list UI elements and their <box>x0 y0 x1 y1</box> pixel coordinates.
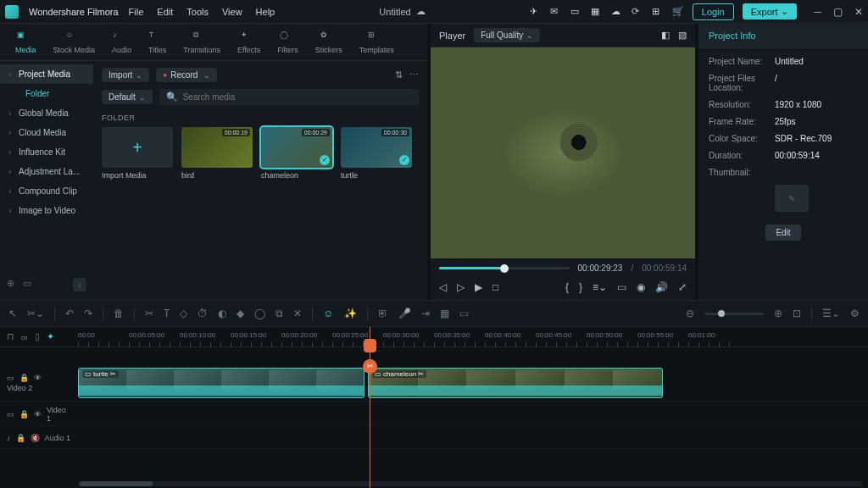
clip-turtle-timeline[interactable]: ▭turtle ✂ <box>78 368 364 398</box>
snapshot-icon[interactable]: ▧ <box>678 30 687 41</box>
mask-icon[interactable]: ◯ <box>254 308 265 319</box>
cut-at-playhead-icon[interactable]: ✂ <box>363 359 377 374</box>
prev-frame-icon[interactable]: ◁ <box>439 281 447 293</box>
device-icon[interactable]: ▭ <box>570 6 582 18</box>
nav-image-to-video[interactable]: Image to Video <box>0 201 93 220</box>
marker-icon[interactable]: ⇥ <box>421 308 430 319</box>
track-area[interactable]: 00:0000:00:05:0000:00:10:0000:00:15:0000… <box>78 327 868 488</box>
nav-cloud-media[interactable]: Cloud Media <box>0 123 93 142</box>
chat-icon[interactable]: ✉ <box>550 6 562 18</box>
clip-chameleon-timeline[interactable]: ▭chameleon ✂ <box>368 368 663 398</box>
clip-chameleon[interactable]: 00:00:29✓ chameleon <box>261 127 332 180</box>
volume-icon[interactable]: 🔊 <box>655 281 668 293</box>
sort-dropdown[interactable]: Default <box>102 90 153 104</box>
clip-bird[interactable]: 00:00:19 bird <box>181 127 253 180</box>
split-icon[interactable]: ✂ <box>145 308 153 319</box>
group-icon[interactable]: ⧉ <box>275 308 283 319</box>
stop-icon[interactable]: □ <box>492 281 498 293</box>
magnet-icon[interactable]: ⊓ <box>7 331 14 342</box>
eye-icon[interactable]: 👁 <box>34 410 42 419</box>
minimize-button[interactable]: ─ <box>814 6 821 18</box>
tab-filters[interactable]: ◯Filters <box>277 30 298 54</box>
hand-tool-icon[interactable]: ✂⌄ <box>27 308 44 319</box>
track-head-audio1[interactable]: ♪🔒🔇 Audio 1 <box>0 426 78 450</box>
seek-bar[interactable] <box>439 267 570 269</box>
camera-icon[interactable]: ◉ <box>637 281 645 293</box>
export-button[interactable]: Export⌄ <box>743 3 798 19</box>
collapse-nav-icon[interactable]: ‹ <box>73 278 86 291</box>
tab-stickers[interactable]: ✿Stickers <box>315 30 342 54</box>
mark-out-icon[interactable]: } <box>579 281 582 293</box>
nav-compound-clip[interactable]: Compound Clip <box>0 181 93 201</box>
project-info-tab[interactable]: Project Info <box>698 24 868 48</box>
delete-icon[interactable]: 🗑 <box>114 308 124 319</box>
zoom-fit-icon[interactable]: ⊡ <box>793 308 801 319</box>
lock-icon[interactable]: 🔒 <box>19 410 29 419</box>
apps-icon[interactable]: ⊞ <box>652 6 664 18</box>
display-icon[interactable]: ▭ <box>617 281 626 293</box>
play-pause-icon[interactable]: ▷ <box>457 281 465 293</box>
track-head-video1[interactable]: ▭🔒👁 Video 1 <box>0 402 78 426</box>
import-dropdown[interactable]: Import <box>102 68 149 82</box>
zoom-in-icon[interactable]: ⊕ <box>774 308 782 319</box>
maximize-button[interactable]: ▢ <box>833 6 843 18</box>
preview-video[interactable] <box>431 47 695 258</box>
ai-icon[interactable]: ☺ <box>323 308 333 319</box>
cart-icon[interactable]: 🛒 <box>672 6 684 18</box>
nav-project-media[interactable]: Project Media <box>0 64 93 84</box>
menu-tools[interactable]: Tools <box>186 7 209 17</box>
search-box[interactable]: 🔍 <box>159 89 419 105</box>
menu-view[interactable]: View <box>222 7 242 17</box>
nav-folder[interactable]: Folder <box>0 84 93 103</box>
speed-icon[interactable]: ⏱ <box>198 308 208 319</box>
color-icon[interactable]: ◐ <box>218 308 226 319</box>
zoom-slider[interactable] <box>704 313 764 315</box>
play-icon[interactable]: ▶ <box>475 281 482 293</box>
redo-icon[interactable]: ↷ <box>84 308 92 319</box>
crop-icon[interactable]: ◇ <box>180 308 187 319</box>
compare-icon[interactable]: ◧ <box>661 30 670 41</box>
zoom-out-icon[interactable]: ⊖ <box>686 308 694 319</box>
time-ruler[interactable]: 00:0000:00:05:0000:00:10:0000:00:15:0000… <box>78 327 868 347</box>
menu-file[interactable]: File <box>129 7 144 17</box>
filter-icon[interactable]: ⇅ <box>395 69 403 80</box>
login-button[interactable]: Login <box>693 3 734 20</box>
tab-effects[interactable]: ✦Effects <box>237 30 260 54</box>
send-icon[interactable]: ✈ <box>530 6 542 18</box>
fullscreen-icon[interactable]: ⤢ <box>678 281 687 293</box>
text-tool-icon[interactable]: T <box>164 308 170 319</box>
mark-in-icon[interactable]: { <box>565 281 569 293</box>
marker-add-icon[interactable]: ▯ <box>35 331 40 342</box>
refresh-icon[interactable]: ⟳ <box>632 6 643 18</box>
playhead[interactable]: ✂ <box>370 327 370 488</box>
track-audio1[interactable] <box>78 426 868 450</box>
tab-media[interactable]: ▣Media <box>15 30 36 54</box>
search-input[interactable] <box>183 92 412 102</box>
more-icon[interactable]: ⋯ <box>409 69 419 80</box>
track-head-video2[interactable]: ▭🔒👁 Video 2 <box>0 364 78 402</box>
settings-icon[interactable]: ⚙ <box>850 308 860 319</box>
import-media-tile[interactable]: + Import Media <box>102 127 173 180</box>
grid-icon[interactable]: ▦ <box>440 308 449 319</box>
lock-icon[interactable]: 🔒 <box>19 374 29 382</box>
detach-icon[interactable]: ✕ <box>293 308 302 319</box>
menu-edit[interactable]: Edit <box>157 7 173 17</box>
clip-turtle[interactable]: 00:00:30✓ turtle <box>341 127 412 180</box>
tab-titles[interactable]: TTitles <box>148 30 166 54</box>
close-button[interactable]: ✕ <box>854 6 863 18</box>
marker2-icon[interactable]: ✦ <box>47 331 54 342</box>
tab-transitions[interactable]: ⧉Transitions <box>183 30 220 54</box>
nav-adjustment-layer[interactable]: Adjustment La... <box>0 162 93 181</box>
enhance-icon[interactable]: ✨ <box>344 308 357 319</box>
view-mode-icon[interactable]: ☰⌄ <box>822 308 840 319</box>
timeline-scrollbar[interactable] <box>78 481 863 486</box>
keyframe-icon[interactable]: ◆ <box>236 308 244 319</box>
lock-icon[interactable]: 🔒 <box>16 434 25 442</box>
eye-icon[interactable]: 👁 <box>34 374 42 382</box>
tab-stock-media[interactable]: ☺Stock Media <box>53 30 96 54</box>
pointer-tool-icon[interactable]: ↖ <box>8 308 17 319</box>
nav-influence-kit[interactable]: Influence Kit <box>0 142 93 162</box>
cloud-sync-icon[interactable]: ☁ <box>416 6 426 17</box>
record-dropdown[interactable]: Record <box>156 68 217 82</box>
tab-audio[interactable]: ♪Audio <box>112 30 131 54</box>
